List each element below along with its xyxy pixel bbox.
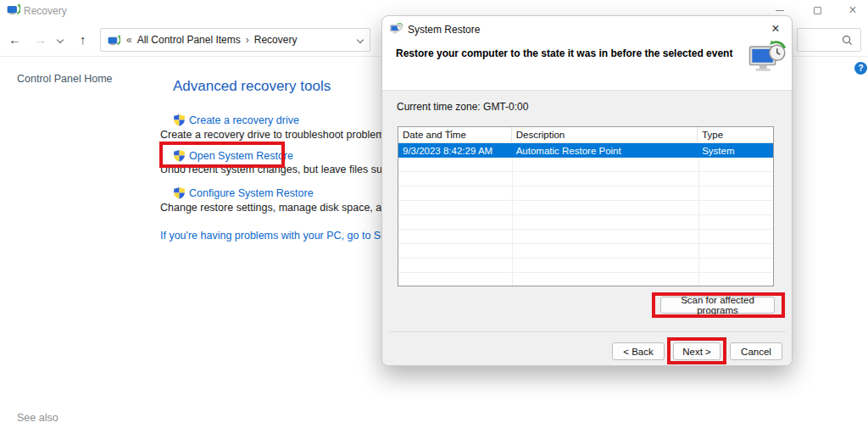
table-row-selected[interactable]: 9/3/2023 8:42:29 AM Automatic Restore Po… xyxy=(398,143,773,158)
system-restore-title-icon xyxy=(390,22,403,36)
link-create-recovery-drive[interactable]: Create a recovery drive xyxy=(189,114,299,126)
system-restore-dialog: System Restore × Restore your computer t… xyxy=(381,15,793,366)
table-row-empty[interactable] xyxy=(398,186,773,201)
cell-date-time: 9/3/2023 8:42:29 AM xyxy=(398,146,512,156)
link-pc-problems-settings[interactable]: If you're having problems with your PC, … xyxy=(160,230,401,242)
address-bar[interactable]: « All Control Panel Items › Recovery xyxy=(100,28,370,52)
cancel-button[interactable]: Cancel xyxy=(730,342,782,360)
column-divider xyxy=(512,143,513,286)
column-header-type[interactable]: Type xyxy=(698,127,773,142)
footer-divider xyxy=(390,331,786,332)
recent-pages-chevron-icon[interactable] xyxy=(57,36,64,43)
page-title: Advanced recovery tools xyxy=(173,78,331,95)
table-row-empty[interactable] xyxy=(398,244,773,258)
search-icon xyxy=(841,34,854,47)
table-header-row: Date and Time Description Type xyxy=(398,127,773,143)
window-title: Recovery xyxy=(24,5,67,17)
dialog-title: System Restore xyxy=(408,24,480,36)
recovery-app-icon xyxy=(7,3,20,16)
minimize-icon xyxy=(776,10,784,11)
close-button[interactable]: × xyxy=(840,1,865,19)
maximize-button[interactable] xyxy=(804,1,830,19)
breadcrumb-recovery[interactable]: Recovery xyxy=(254,34,298,46)
back-button[interactable]: ← xyxy=(8,33,21,46)
see-also-label: See also xyxy=(17,412,58,424)
close-icon: × xyxy=(849,3,856,18)
link-configure-system-restore[interactable]: Configure System Restore xyxy=(189,187,314,199)
table-row-empty[interactable] xyxy=(398,158,773,172)
column-header-date-time[interactable]: Date and Time xyxy=(398,127,512,142)
table-row-empty[interactable] xyxy=(398,172,773,186)
address-dropdown-chevron-icon[interactable] xyxy=(357,36,364,43)
annotation-box-open-system-restore xyxy=(159,142,285,168)
column-header-description[interactable]: Description xyxy=(512,127,698,142)
system-restore-icon xyxy=(748,38,787,77)
maximize-icon xyxy=(814,7,821,14)
forward-button[interactable]: → xyxy=(34,33,47,46)
search-input[interactable] xyxy=(798,34,841,46)
table-row-empty[interactable] xyxy=(398,258,773,273)
cell-description: Automatic Restore Point xyxy=(512,146,698,156)
desc-configure-system-restore: Change restore settings, manage disk spa… xyxy=(160,202,411,214)
desc-create-recovery-drive: Create a recovery drive to troubleshoot … xyxy=(160,129,400,141)
search-box[interactable] xyxy=(797,28,861,52)
annotation-box-scan-button xyxy=(652,292,785,318)
table-row-empty[interactable] xyxy=(398,201,773,215)
cell-type: System xyxy=(698,146,773,156)
annotation-box-next-button xyxy=(667,337,726,364)
timezone-label: Current time zone: GMT-0:00 xyxy=(397,101,528,113)
uac-shield-icon xyxy=(173,114,186,126)
screen: Recovery × ← → ↑ « All Control Panel Ite… xyxy=(0,0,868,428)
breadcrumb-overflow-icon[interactable]: « xyxy=(126,34,132,46)
dialog-close-button[interactable]: × xyxy=(765,19,787,38)
up-button[interactable]: ↑ xyxy=(80,33,86,46)
uac-shield-icon xyxy=(173,186,186,199)
restore-points-table: Date and Time Description Type 9/3/2023 … xyxy=(398,126,774,286)
help-button[interactable]: ? xyxy=(854,62,867,75)
table-row-empty[interactable] xyxy=(398,230,773,244)
sidebar-item-control-panel-home[interactable]: Control Panel Home xyxy=(17,73,113,85)
column-divider xyxy=(698,143,699,286)
help-icon: ? xyxy=(858,64,863,73)
dialog-header-text: Restore your computer to the state it wa… xyxy=(396,47,732,59)
table-row-empty[interactable] xyxy=(398,273,773,286)
table-row-empty[interactable] xyxy=(398,215,773,230)
breadcrumb-separator-icon: › xyxy=(246,34,249,46)
breadcrumb-all-control-panel-items[interactable]: All Control Panel Items xyxy=(137,34,241,46)
address-recovery-icon xyxy=(108,34,120,47)
back-button-dialog[interactable]: < Back xyxy=(612,342,665,360)
close-icon: × xyxy=(771,21,779,36)
restore-points-empty xyxy=(398,158,773,286)
